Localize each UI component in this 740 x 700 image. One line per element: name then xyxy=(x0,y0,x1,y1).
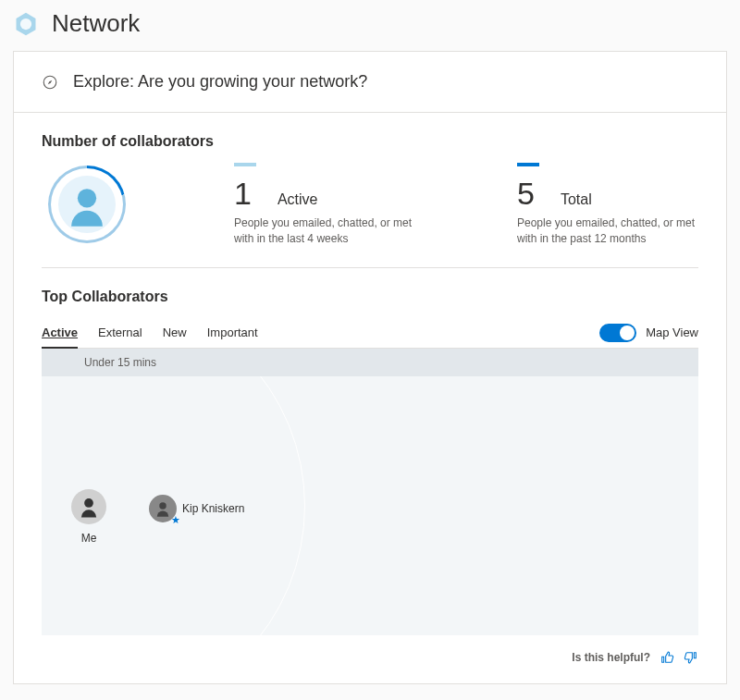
svg-point-4 xyxy=(78,189,96,207)
metric-active: 1 Active People you emailed, chatted, or… xyxy=(234,163,415,247)
page-header: Network xyxy=(0,0,740,51)
feedback-row: Is this helpful? xyxy=(42,635,698,665)
map-body: Me ★ Kip Kniskern xyxy=(42,376,698,635)
me-label: Me xyxy=(81,532,97,545)
tab-important[interactable]: Important xyxy=(207,318,258,348)
tabs: Active External New Important xyxy=(42,318,599,348)
explore-prompt: Explore: Are you growing your network? xyxy=(73,72,367,92)
card-body: Number of collaborators xyxy=(14,113,726,683)
network-hex-icon xyxy=(13,11,39,37)
node-me[interactable]: Me xyxy=(71,489,106,545)
avatar-collaborator: ★ xyxy=(149,495,177,522)
top-collaborators-title: Top Collaborators xyxy=(42,289,698,305)
map-view-toggle-wrap: Map View xyxy=(599,324,698,342)
map-view-toggle[interactable] xyxy=(599,324,636,342)
tabs-row: Active External New Important Map View xyxy=(42,318,698,349)
total-desc: People you emailed, chatted, or met with… xyxy=(517,215,698,247)
time-bucket-label: Under 15 mins xyxy=(42,349,698,376)
collaborators-title: Number of collaborators xyxy=(42,133,698,150)
map-view-label: Map View xyxy=(646,325,698,339)
thumbs-up-icon[interactable] xyxy=(660,650,674,665)
svg-point-1 xyxy=(20,18,31,29)
thumbs-down-icon[interactable] xyxy=(684,650,698,665)
avatar-me xyxy=(71,489,106,524)
svg-point-5 xyxy=(84,498,93,508)
tab-external[interactable]: External xyxy=(98,318,142,348)
metrics-row: 1 Active People you emailed, chatted, or… xyxy=(42,163,698,268)
network-card: Explore: Are you growing your network? N… xyxy=(13,51,727,684)
svg-marker-3 xyxy=(48,80,53,84)
compass-icon xyxy=(42,74,58,91)
explore-bar[interactable]: Explore: Are you growing your network? xyxy=(14,52,726,113)
tab-active[interactable]: Active xyxy=(42,318,78,349)
node-collaborator[interactable]: ★ Kip Kniskern xyxy=(149,495,244,522)
active-desc: People you emailed, chatted, or met with… xyxy=(234,215,415,247)
accent-bar-active xyxy=(234,163,256,166)
svg-point-6 xyxy=(159,502,166,510)
collaborator-name: Kip Kniskern xyxy=(182,502,244,515)
metric-total: 5 Total People you emailed, chatted, or … xyxy=(517,163,698,247)
total-label: Total xyxy=(561,191,592,208)
active-count: 1 xyxy=(234,176,252,212)
person-silhouette-icon xyxy=(58,176,116,233)
tab-new[interactable]: New xyxy=(163,318,187,348)
total-count: 5 xyxy=(517,176,535,212)
accent-bar-total xyxy=(517,163,539,166)
active-label: Active xyxy=(278,191,318,208)
star-icon: ★ xyxy=(171,514,180,526)
helpful-prompt: Is this helpful? xyxy=(572,651,650,664)
map-panel: Under 15 mins Me xyxy=(42,349,698,635)
page-title: Network xyxy=(52,9,140,38)
you-avatar-ring xyxy=(42,163,132,247)
